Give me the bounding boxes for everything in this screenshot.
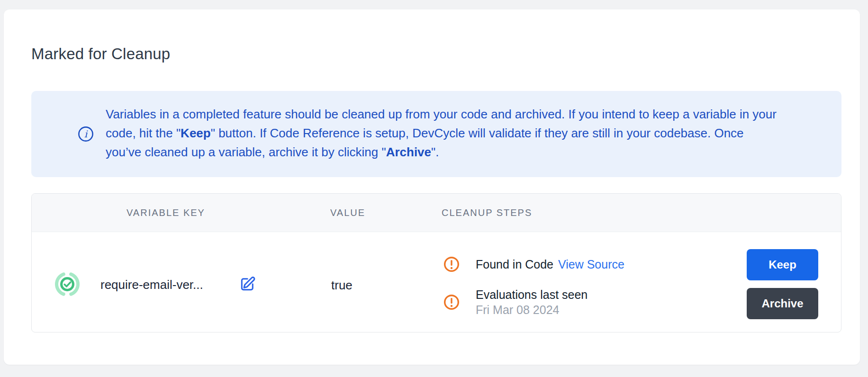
cleanup-step-evaluations: Evaluations last seen Fri Mar 08 2024	[443, 287, 588, 317]
marked-for-cleanup-card: Marked for Cleanup i Variables in a comp…	[4, 9, 860, 365]
cleanup-step-found-in-code: Found in CodeView Source	[443, 256, 624, 273]
column-header-cleanup-steps: CLEANUP STEPS	[442, 194, 532, 232]
page: { "page_title": "Marked for Cleanup", "b…	[0, 0, 868, 377]
info-banner: i Variables in a completed feature shoul…	[31, 91, 841, 177]
evaluations-label: Evaluations last seen	[476, 287, 588, 302]
evaluations-date: Fri Mar 08 2024	[476, 303, 588, 317]
page-title: Marked for Cleanup	[31, 45, 170, 63]
archive-button[interactable]: Archive	[747, 288, 818, 319]
svg-text:i: i	[84, 128, 88, 140]
edit-pencil-icon	[239, 287, 257, 294]
variable-key-text: require-email-ver...	[100, 277, 203, 292]
cleanup-table: VARIABLE KEY VALUE CLEANUP STEPS require…	[31, 193, 841, 332]
found-in-code-label: Found in Code	[476, 258, 553, 271]
edit-variable-button[interactable]	[239, 275, 257, 293]
column-header-variable-key: VARIABLE KEY	[127, 194, 205, 232]
banner-line: code, hit the "Keep" button. If Code Ref…	[106, 124, 824, 143]
warning-icon	[443, 294, 460, 311]
keep-button[interactable]: Keep	[747, 249, 818, 280]
variable-status-check-icon	[54, 271, 81, 297]
view-source-link[interactable]: View Source	[558, 258, 624, 271]
variable-value: true	[331, 278, 353, 293]
table-header: VARIABLE KEY VALUE CLEANUP STEPS	[32, 194, 841, 232]
banner-text: Variables in a completed feature should …	[106, 105, 824, 162]
banner-line: you’ve cleaned up a variable, archive it…	[106, 143, 824, 162]
warning-icon	[443, 256, 460, 273]
banner-line: Variables in a completed feature should …	[106, 105, 824, 124]
info-icon: i	[78, 126, 94, 142]
column-header-value: VALUE	[330, 194, 365, 232]
